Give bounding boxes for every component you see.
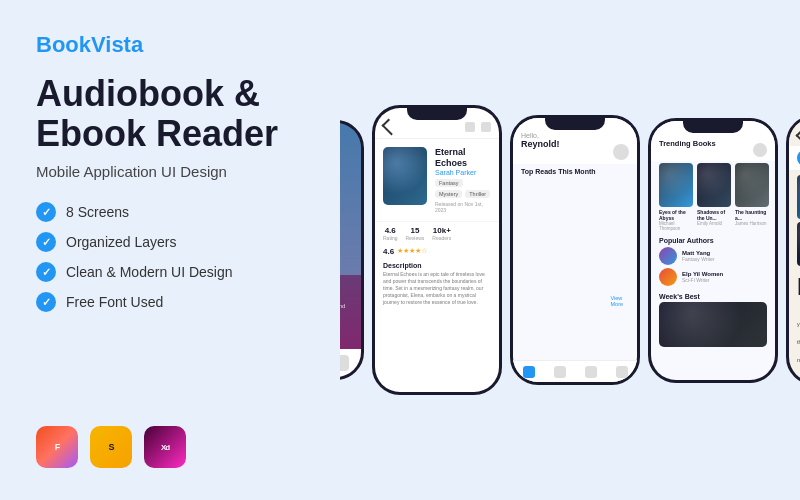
star-rating: ★★★★☆: [397, 247, 427, 255]
phone-mockup-1: Discover, Read, Repeat! Dive into a Real…: [340, 120, 364, 380]
author-genre-1: Fantasy Writer: [682, 256, 714, 262]
author-avatar-1: [659, 247, 677, 265]
desc-title: Description: [383, 262, 491, 269]
book-cover-image: [383, 147, 427, 205]
phone-mockup-4: Trending Books Eyes of the Abyss Michael…: [648, 118, 778, 383]
pop-author-title: Popular Authors: [659, 237, 767, 244]
book-title: Eternal Echoes: [435, 147, 491, 169]
nav-profile: [340, 355, 349, 371]
greeting-name: Reynold!: [521, 139, 560, 149]
check-icon-2: [36, 232, 56, 252]
author-row-1: Matt Yang Fantasy Writer: [659, 247, 767, 265]
rating-row: 4.6 ★★★★☆: [375, 245, 499, 258]
stats-row: 4.6 Rating 15 Reviews 10k+ Readers: [375, 221, 499, 245]
nav-library-icon[interactable]: [585, 366, 597, 378]
phone-mockup-5: Eternal Echoes All Genre Latest Popular …: [786, 115, 800, 385]
trending-author-3: James Harrison: [735, 221, 769, 226]
author-genre-2: Sci-Fi Writer: [682, 277, 723, 283]
trending-book-1[interactable]: Eyes of the Abyss Michael Thompson: [659, 163, 693, 231]
bottom-navigation: [513, 360, 637, 382]
latest-tabs: All Genre Latest Popular Audio Book: [789, 146, 800, 171]
hero-content: Discover, Read, Repeat! Dive into a Real…: [340, 273, 351, 342]
stat-reviews: 15 Reviews: [405, 226, 424, 241]
book-cover-area: Eternal Echoes Sarah Parker Fantasy Myst…: [375, 139, 499, 221]
trending-cover-3: [735, 163, 769, 207]
week-best-section: Week's Best: [651, 291, 775, 349]
trending-title-3: The haunting a...: [735, 209, 769, 221]
release-date: Released on Nov 1st, 2023: [435, 201, 491, 213]
phone-1-screen: Discover, Read, Repeat! Dive into a Real…: [340, 123, 361, 377]
feature-item: Organized Layers: [36, 232, 304, 252]
week-book-cover: [659, 302, 767, 347]
hero-text: Dive into a Realm of Imagination and Kno…: [340, 303, 351, 319]
hero-background-figure: [340, 123, 361, 275]
left-panel: BookVista Audiobook & Ebook Reader Mobil…: [0, 0, 340, 500]
reader-back-icon[interactable]: [796, 129, 800, 146]
sketch-icon: S: [90, 426, 132, 468]
description-section: Description Eternal Echoes is an epic ta…: [375, 258, 499, 310]
stat-rating: 4.6 Rating: [383, 226, 397, 241]
author-name-1: Matt Yang: [682, 250, 714, 256]
view-more-link[interactable]: View More: [611, 295, 638, 307]
notification-icon[interactable]: [613, 144, 629, 160]
trending-bell-icon[interactable]: [753, 143, 767, 157]
phone-mockup-3: Hello, Reynold! Top Reads This Month Vie…: [510, 115, 640, 385]
trending-author-1: Michael Thompson: [659, 221, 693, 231]
check-icon-4: [36, 292, 56, 312]
popular-authors: Popular Authors Matt Yang Fantasy Writer…: [651, 235, 775, 291]
phone-notch-3: [545, 118, 605, 130]
trending-title: Trending Books: [659, 135, 716, 157]
check-icon-3: [36, 262, 56, 282]
book-tags: Fantasy Mystery Thriller: [435, 179, 491, 198]
trending-title-1: Eyes of the Abyss: [659, 209, 693, 221]
phone-notch-4: [683, 121, 743, 133]
share-icon[interactable]: [481, 122, 491, 132]
xd-icon: Xd: [144, 426, 186, 468]
nav-profile-icon[interactable]: [616, 366, 628, 378]
subtitle: Mobile Application UI Design: [36, 163, 304, 180]
tool-icons: F S Xd: [36, 426, 304, 468]
tag-mystery: Mystery: [435, 190, 462, 198]
bottom-nav-bar: [340, 349, 361, 377]
nav-home-icon[interactable]: [523, 366, 535, 378]
section-title: Top Reads This Month: [513, 164, 611, 382]
brand-logo: BookVista: [36, 32, 304, 58]
nav-search-icon[interactable]: [554, 366, 566, 378]
tag-fantasy: Fantasy: [435, 179, 463, 187]
trending-author-2: Emily Arnold: [697, 221, 731, 226]
trending-title-2: Shadows of the Un...: [697, 209, 731, 221]
trending-book-2[interactable]: Shadows of the Un... Emily Arnold: [697, 163, 731, 231]
phone-notch-2: [407, 108, 467, 120]
features-list: 8 Screens Organized Layers Clean & Moder…: [36, 202, 304, 312]
right-panel: Discover, Read, Repeat! Dive into a Real…: [340, 0, 800, 500]
feature-item: Clean & Modern UI Design: [36, 262, 304, 282]
week-best-title: Week's Best: [659, 293, 767, 300]
book-author: Sarah Parker: [435, 169, 491, 176]
back-arrow-icon[interactable]: [382, 119, 399, 136]
tag-thriller: Thriller: [465, 190, 490, 198]
desc-text: Eternal Echoes is an epic tale of timele…: [383, 271, 491, 306]
author-name-2: Elp Yil Women: [682, 271, 723, 277]
latest-grid: [789, 171, 800, 270]
main-title: Audiobook & Ebook Reader: [36, 74, 304, 153]
trending-books-row: Eyes of the Abyss Michael Thompson Shado…: [651, 161, 775, 235]
feature-item: 8 Screens: [36, 202, 304, 222]
phone-5-screen: Eternal Echoes All Genre Latest Popular …: [789, 118, 800, 382]
book-info: Eternal Echoes Sarah Parker Fantasy Myst…: [435, 147, 491, 213]
reading-text-area: In the old garden, the fragrance of rose…: [789, 270, 800, 382]
author-avatar-2: [659, 268, 677, 286]
author-row-2: Elp Yil Women Sci-Fi Writer: [659, 268, 767, 286]
phone-3-screen: Hello, Reynold! Top Reads This Month Vie…: [513, 118, 637, 382]
check-icon-1: [36, 202, 56, 222]
trending-cover-1: [659, 163, 693, 207]
feature-item: Free Font Used: [36, 292, 304, 312]
phone-mockup-2: Eternal Echoes Sarah Parker Fantasy Myst…: [372, 105, 502, 395]
reader-top-bar: Eternal Echoes: [789, 118, 800, 146]
phone-4-screen: Trending Books Eyes of the Abyss Michael…: [651, 121, 775, 380]
phone-2-screen: Eternal Echoes Sarah Parker Fantasy Myst…: [375, 108, 499, 392]
trending-book-3[interactable]: The haunting a... James Harrison: [735, 163, 769, 231]
greeting-text: Hello,: [521, 132, 560, 139]
hero-title: Discover, Read, Repeat!: [340, 273, 351, 299]
bookmark-icon[interactable]: [465, 122, 475, 132]
figma-icon: F: [36, 426, 78, 468]
